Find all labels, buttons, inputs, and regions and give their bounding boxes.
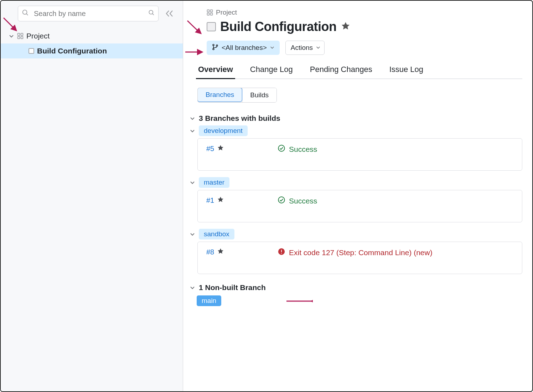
tab-label: Change Log [250, 65, 293, 74]
tab-pending-changes[interactable]: Pending Changes [309, 65, 373, 78]
branch-tag[interactable]: development [199, 125, 248, 136]
sidebar: Project Build Configuration [1, 1, 183, 391]
chevron-down-icon [190, 285, 195, 290]
section-non-built-branch[interactable]: 1 Non-built Branch [190, 283, 522, 292]
svg-rect-9 [211, 10, 213, 12]
section-title: 1 Non-built Branch [199, 283, 266, 292]
page-title: Build Configuration [220, 19, 336, 34]
chevron-down-icon [190, 115, 195, 121]
chevron-down-icon[interactable] [190, 128, 195, 134]
svg-rect-7 [21, 37, 23, 39]
build-card[interactable]: #5 Success [197, 138, 522, 171]
build-status: Success [278, 144, 317, 154]
svg-rect-18 [281, 250, 282, 252]
build-card[interactable]: #1 Success [197, 190, 522, 222]
build-status-text: Success [289, 197, 317, 205]
svg-point-12 [213, 44, 214, 46]
success-icon [278, 196, 285, 206]
tree-project-label: Project [26, 32, 50, 40]
search-go-icon[interactable] [148, 9, 155, 18]
svg-line-3 [152, 14, 154, 15]
svg-rect-4 [18, 33, 20, 36]
tab-overview[interactable]: Overview [197, 65, 234, 78]
success-icon [278, 144, 285, 154]
actions-button[interactable]: Actions [285, 41, 325, 55]
branch-tag[interactable]: master [199, 177, 229, 188]
svg-point-2 [149, 10, 153, 14]
main-content: Project Build Configuration <All branche… [183, 1, 532, 391]
svg-rect-11 [211, 13, 213, 15]
build-id-link[interactable]: #8 [206, 248, 214, 256]
breadcrumb[interactable]: Project [207, 9, 522, 16]
svg-point-14 [216, 45, 218, 46]
tabs: Overview Change Log Pending Changes Issu… [196, 65, 522, 79]
build-config-icon [29, 48, 34, 54]
pin-star-icon[interactable] [217, 144, 224, 153]
chevron-down-icon[interactable] [190, 180, 195, 185]
build-card[interactable]: #8 Exit code 127 (Step: Command Line) (n… [197, 242, 522, 274]
segmented-builds[interactable]: Builds [242, 88, 276, 102]
tab-label: Overview [198, 65, 233, 74]
branch-icon [212, 43, 219, 52]
chevron-down-icon [9, 33, 14, 39]
svg-rect-8 [207, 10, 209, 12]
svg-point-15 [278, 145, 284, 151]
tab-change-log[interactable]: Change Log [249, 65, 294, 78]
search-input[interactable] [18, 6, 159, 21]
svg-rect-6 [18, 37, 20, 39]
tab-label: Pending Changes [310, 65, 372, 74]
branch-name: development [204, 127, 243, 135]
branch-tag-main[interactable]: main [197, 295, 221, 306]
build-id-link[interactable]: #1 [206, 196, 214, 205]
segmented-label: Branches [206, 91, 234, 99]
breadcrumb-project[interactable]: Project [216, 9, 237, 16]
chevron-down-icon[interactable] [190, 231, 195, 237]
actions-label: Actions [291, 44, 313, 52]
branch-tag[interactable]: sandbox [199, 229, 234, 239]
pin-star-icon[interactable] [217, 248, 224, 257]
build-status-text: Exit code 127 (Step: Command Line) (new) [289, 248, 433, 257]
branch-filter-label: <All branches> [222, 44, 267, 52]
svg-point-16 [278, 197, 284, 203]
branch-name: sandbox [204, 230, 229, 238]
branch-filter-button[interactable]: <All branches> [207, 41, 280, 55]
tab-label: Issue Log [389, 65, 423, 74]
tree-project[interactable]: Project [1, 29, 183, 43]
build-status: Exit code 127 (Step: Command Line) (new) [278, 248, 433, 257]
svg-rect-5 [21, 33, 23, 36]
error-icon [278, 248, 285, 257]
project-icon [207, 9, 213, 16]
svg-point-13 [213, 48, 214, 50]
chevron-down-icon [270, 44, 275, 52]
collapse-sidebar-icon[interactable] [165, 10, 176, 17]
pin-star-icon[interactable] [217, 196, 224, 205]
section-title: 3 Branches with builds [199, 114, 280, 123]
build-status: Success [278, 196, 317, 206]
branch-name: main [202, 297, 216, 305]
build-id-link[interactable]: #5 [206, 145, 214, 153]
svg-rect-10 [207, 13, 209, 15]
segmented-branches[interactable]: Branches [197, 88, 242, 102]
tab-issue-log[interactable]: Issue Log [389, 65, 424, 78]
svg-rect-19 [281, 253, 282, 254]
tree-build-config[interactable]: Build Configuration [1, 43, 183, 58]
search-field[interactable] [18, 6, 159, 21]
view-segmented: Branches Builds [197, 88, 277, 103]
tree-build-config-label: Build Configuration [37, 47, 107, 55]
segmented-label: Builds [250, 91, 269, 99]
section-branches-with-builds[interactable]: 3 Branches with builds [190, 114, 522, 123]
chevron-down-icon [316, 44, 321, 52]
favorite-star-icon[interactable] [341, 21, 351, 33]
build-config-icon [207, 22, 216, 31]
project-icon [17, 33, 24, 39]
branch-name: master [204, 179, 224, 186]
build-status-text: Success [289, 145, 317, 154]
